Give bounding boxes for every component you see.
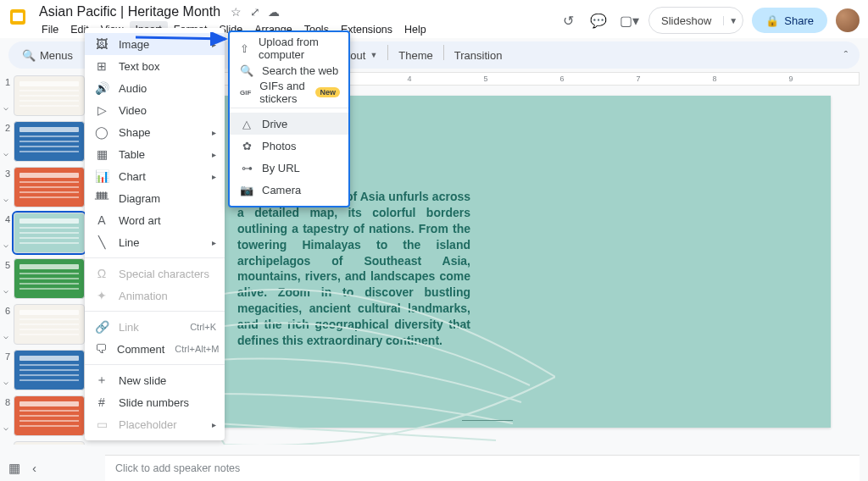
toolbar-expand-icon[interactable]: ˆ: [839, 49, 853, 62]
omega-icon: Ω: [95, 267, 108, 280]
menu-item-label: Search the web: [262, 64, 338, 77]
thumb-number: 8: [3, 395, 10, 407]
doc-title[interactable]: Asian Pacific | Heritage Month: [36, 3, 224, 20]
ruler-mark: 6: [559, 75, 564, 83]
menu-item-audio[interactable]: 🔊Audio: [85, 77, 225, 99]
video-icon: ▷: [95, 103, 108, 117]
comment-icon: 🗨: [95, 342, 107, 356]
menu-item-label: New slide: [119, 374, 216, 387]
line-icon: ╲: [95, 235, 108, 249]
attach-icon: ⌵: [3, 407, 10, 432]
new-badge: New: [315, 87, 340, 97]
attach-icon: ⌵: [3, 133, 10, 158]
app-logo[interactable]: [7, 6, 29, 28]
menu-item-slide-numbers[interactable]: #Slide numbers: [85, 391, 225, 413]
slide-footer-divider: [462, 420, 513, 421]
menu-item-image[interactable]: 🖼Image▸: [85, 33, 225, 55]
slide-thumbnail[interactable]: [14, 75, 85, 116]
slide-thumbnail[interactable]: [14, 121, 85, 162]
menu-item-table[interactable]: ▦Table▸: [85, 143, 225, 165]
slide-thumbnail[interactable]: [14, 304, 85, 345]
slide-thumbnail[interactable]: [14, 395, 85, 436]
shape-icon: ◯: [95, 125, 108, 139]
svg-rect-1: [13, 13, 23, 21]
menu-item-line[interactable]: ╲Line▸: [85, 231, 225, 253]
submenu-item-gifs-and-stickers[interactable]: GIFGIFs and stickersNew: [230, 81, 348, 103]
search-menus[interactable]: 🔍 Menus: [15, 45, 80, 65]
menu-item-label: Audio: [119, 82, 216, 95]
attach-icon: ⌵: [3, 224, 10, 249]
motion-icon: ✦: [95, 289, 108, 302]
submenu-arrow-icon: ▸: [212, 172, 216, 181]
diagram-icon: ᚙ: [95, 191, 108, 205]
submenu-item-by-url[interactable]: ⊶By URL: [230, 157, 348, 179]
menu-help[interactable]: Help: [398, 21, 432, 38]
menu-item-label: Special characters: [119, 268, 216, 280]
menu-item-placeholder: ▭Placeholder▸: [85, 413, 225, 435]
submenu-item-photos[interactable]: ✿Photos: [230, 135, 348, 157]
cloud-status-icon[interactable]: ☁: [268, 5, 280, 19]
grid-view-icon[interactable]: ▦: [8, 461, 20, 476]
ruler-mark: 4: [407, 75, 411, 83]
plus-icon: ＋: [95, 373, 108, 387]
menu-file[interactable]: File: [36, 21, 64, 38]
slide-thumbnail[interactable]: [14, 213, 85, 253]
leaf-decor: [191, 275, 555, 445]
menu-item-new-slide[interactable]: ＋New slide: [85, 369, 225, 391]
submenu-arrow-icon: ▸: [212, 40, 216, 49]
collapse-panel-icon[interactable]: ‹: [32, 461, 36, 476]
ruler-mark: 8: [712, 75, 716, 83]
slide-thumbnail[interactable]: [14, 441, 85, 445]
image-icon: 🖼: [95, 37, 108, 51]
move-icon[interactable]: ⤢: [250, 5, 260, 19]
menu-item-label: GIFs and stickers: [259, 80, 307, 105]
menu-item-label: Chart: [119, 170, 202, 183]
slide-thumbnail[interactable]: [14, 258, 85, 299]
meet-icon[interactable]: ▢▾: [618, 9, 640, 31]
transition-chip[interactable]: Transition: [448, 45, 509, 65]
history-icon[interactable]: ↺: [557, 9, 579, 31]
menu-item-label: Link: [119, 321, 180, 334]
account-avatar[interactable]: [836, 8, 860, 32]
slideshow-button[interactable]: Slideshow ▼: [648, 7, 743, 34]
thumb-number: 7: [3, 350, 10, 362]
menu-item-diagram[interactable]: ᚙDiagram: [85, 187, 225, 209]
thumb-number: 6: [3, 304, 10, 316]
menu-item-comment[interactable]: 🗨CommentCtrl+Alt+M: [85, 338, 225, 360]
theme-chip[interactable]: Theme: [392, 45, 439, 65]
shortcut-label: Ctrl+Alt+M: [175, 344, 219, 354]
slide-thumbnail[interactable]: [14, 167, 85, 207]
search-icon: 🔍: [240, 64, 253, 77]
attach-icon: ⌵: [3, 316, 10, 340]
chart-icon: 📊: [95, 169, 108, 183]
submenu-arrow-icon: ▸: [212, 150, 216, 159]
submenu-item-camera[interactable]: 📷Camera: [230, 179, 348, 201]
submenu-item-search-the-web[interactable]: 🔍Search the web: [230, 59, 348, 81]
slideshow-dropdown[interactable]: ▼: [723, 16, 743, 25]
photos-icon: ✿: [240, 139, 253, 152]
comments-icon[interactable]: 💬: [587, 9, 609, 31]
drive-icon: △: [240, 117, 253, 130]
share-button[interactable]: 🔒 Share: [752, 8, 827, 33]
menu-item-shape[interactable]: ◯Shape▸: [85, 121, 225, 143]
gif-icon: GIF: [240, 86, 251, 99]
menu-item-label: Placeholder: [119, 418, 202, 431]
menu-item-word-art[interactable]: AWord art: [85, 209, 225, 231]
slide-thumbnail[interactable]: [14, 350, 85, 390]
submenu-item-upload-from-computer[interactable]: ⇧Upload from computer: [230, 37, 348, 59]
star-icon[interactable]: ☆: [231, 5, 242, 19]
menu-item-label: Table: [119, 148, 202, 161]
chevron-down-icon: ▼: [370, 51, 377, 59]
ruler-mark: 5: [483, 75, 487, 83]
menu-item-label: Diagram: [119, 192, 216, 205]
url-icon: ⊶: [240, 161, 253, 174]
menu-item-video[interactable]: ▷Video: [85, 99, 225, 121]
submenu-arrow-icon: ▸: [212, 420, 216, 429]
speaker-notes[interactable]: Click to add speaker notes: [105, 455, 860, 481]
attach-icon: ⌵: [3, 179, 10, 203]
menu-item-label: Line: [119, 236, 202, 249]
menu-item-chart[interactable]: 📊Chart▸: [85, 165, 225, 187]
upload-icon: ⇧: [240, 41, 250, 55]
menu-item-text-box[interactable]: ⊞Text box: [85, 55, 225, 77]
submenu-item-drive[interactable]: △Drive: [230, 113, 348, 135]
